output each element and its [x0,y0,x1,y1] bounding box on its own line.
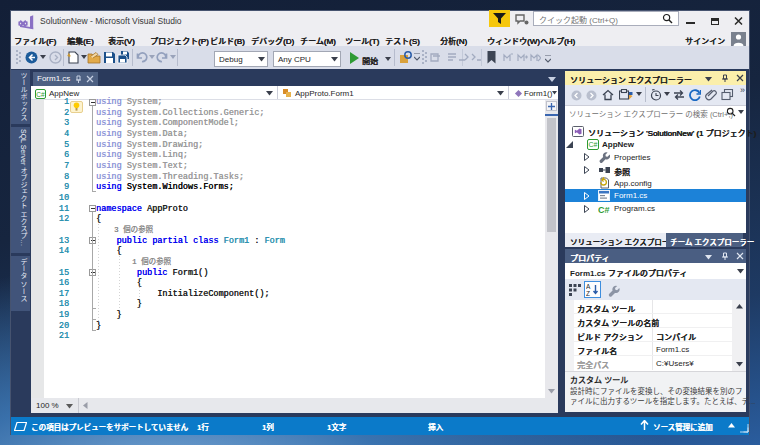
svg-text:C#: C# [598,205,610,215]
svg-text:A: A [586,283,591,290]
svg-text:Z: Z [586,290,590,296]
svg-text:C#: C# [589,141,598,148]
